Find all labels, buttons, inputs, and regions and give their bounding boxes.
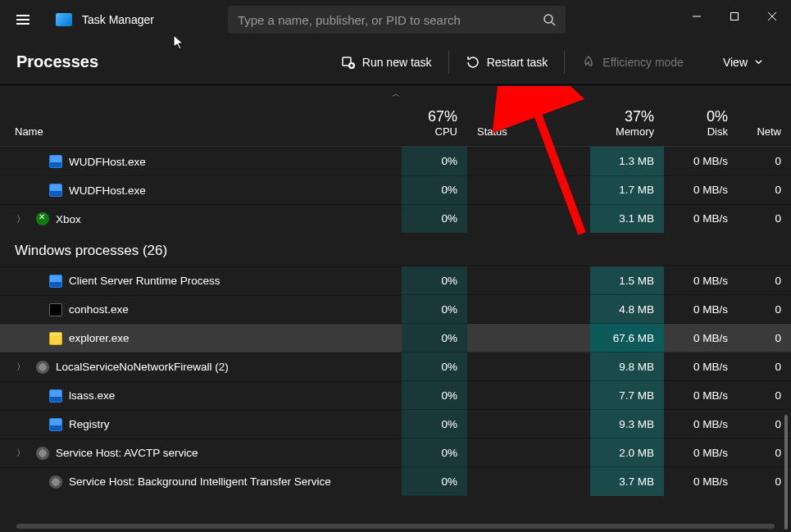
restart-task-label: Restart task xyxy=(487,56,548,69)
network-cell: 0 xyxy=(738,147,791,176)
cpu-cell: 0% xyxy=(402,175,467,204)
process-row[interactable]: 〉Service Host: AVCTP service0%2.0 MB0 MB… xyxy=(0,439,791,467)
network-cell: 0 xyxy=(738,175,791,204)
horizontal-scrollbar[interactable] xyxy=(16,524,775,529)
group-row-windows-processes[interactable]: Windows processes (26) xyxy=(0,233,791,266)
process-icon xyxy=(49,475,62,489)
memory-cell: 1.7 MB xyxy=(590,175,664,204)
vertical-scrollbar[interactable] xyxy=(784,415,788,530)
column-header-network[interactable]: Netw xyxy=(738,103,791,147)
status-cell xyxy=(467,266,590,295)
process-name: Service Host: Background Intelligent Tra… xyxy=(69,475,331,488)
close-button[interactable] xyxy=(753,0,791,33)
column-header-disk[interactable]: 0%Disk xyxy=(664,103,738,147)
process-name: WUDFHost.exe xyxy=(69,184,146,197)
hamburger-icon xyxy=(16,15,30,25)
expand-chevron-icon[interactable]: 〉 xyxy=(16,213,30,225)
disk-cell: 0 MB/s xyxy=(664,467,738,496)
memory-cell: 4.8 MB xyxy=(590,295,664,324)
process-row[interactable]: WUDFHost.exe0%1.3 MB0 MB/s0 xyxy=(0,147,791,176)
titlebar: Task Manager xyxy=(0,0,791,39)
cpu-cell: 0% xyxy=(402,381,467,410)
process-row[interactable]: 〉Xbox0%3.1 MB0 MB/s0 xyxy=(0,204,791,233)
status-cell xyxy=(467,410,590,439)
memory-cell: 3.7 MB xyxy=(590,467,664,496)
status-cell xyxy=(467,439,590,467)
collapse-header-chevron[interactable]: ︿ xyxy=(0,85,791,103)
disk-cell: 0 MB/s xyxy=(664,381,738,410)
toolbar-separator xyxy=(564,51,565,74)
process-icon xyxy=(36,212,49,225)
process-name: lsass.exe xyxy=(69,389,115,402)
view-button[interactable]: View xyxy=(711,48,775,77)
column-header-status[interactable]: Status xyxy=(467,103,590,147)
process-icon xyxy=(49,155,62,168)
run-new-task-button[interactable]: Run new task xyxy=(330,48,443,77)
memory-cell: 67.6 MB xyxy=(590,324,664,352)
search-input[interactable] xyxy=(238,13,543,27)
run-task-icon xyxy=(341,55,356,70)
memory-cell: 2.0 MB xyxy=(590,439,664,467)
restart-icon xyxy=(466,55,480,70)
disk-cell: 0 MB/s xyxy=(664,352,738,381)
chevron-down-icon xyxy=(754,57,763,66)
cpu-cell: 0% xyxy=(402,266,467,295)
memory-cell: 9.8 MB xyxy=(590,352,664,381)
efficiency-mode-button: Efficiency mode xyxy=(570,48,695,77)
column-header-name[interactable]: Name xyxy=(0,103,402,147)
disk-cell: 0 MB/s xyxy=(664,439,738,467)
network-cell: 0 xyxy=(738,204,791,233)
process-name: Service Host: AVCTP service xyxy=(56,447,198,459)
process-name: Client Server Runtime Process xyxy=(69,275,220,287)
disk-cell: 0 MB/s xyxy=(664,147,738,176)
column-header-cpu[interactable]: 67%CPU xyxy=(402,103,467,147)
cpu-cell: 0% xyxy=(402,410,467,439)
status-cell xyxy=(467,324,590,352)
status-cell xyxy=(467,295,590,324)
search-icon xyxy=(543,13,556,26)
restart-task-button[interactable]: Restart task xyxy=(454,48,560,77)
svg-line-1 xyxy=(552,22,555,25)
process-icon xyxy=(49,275,62,288)
network-cell: 0 xyxy=(738,381,791,410)
process-row[interactable]: lsass.exe0%7.7 MB0 MB/s0 xyxy=(0,381,791,410)
network-cell: 0 xyxy=(738,266,791,295)
process-row[interactable]: WUDFHost.exe0%1.7 MB0 MB/s0 xyxy=(0,175,791,204)
process-name: WUDFHost.exe xyxy=(69,156,146,168)
disk-cell: 0 MB/s xyxy=(664,266,738,295)
minimize-button[interactable] xyxy=(678,0,716,33)
cpu-cell: 0% xyxy=(402,439,467,467)
view-label: View xyxy=(723,56,748,69)
expand-chevron-icon[interactable]: 〉 xyxy=(16,361,30,373)
expand-chevron-icon[interactable]: 〉 xyxy=(16,447,30,459)
process-row[interactable]: Service Host: Background Intelligent Tra… xyxy=(0,467,791,496)
process-icon xyxy=(36,447,49,460)
cpu-cell: 0% xyxy=(402,204,467,233)
process-row[interactable]: 〉LocalServiceNoNetworkFirewall (2)0%9.8 … xyxy=(0,352,791,381)
process-name: Registry xyxy=(69,418,110,430)
process-row[interactable]: Registry0%9.3 MB0 MB/s0 xyxy=(0,410,791,439)
process-row[interactable]: conhost.exe0%4.8 MB0 MB/s0 xyxy=(0,295,791,324)
svg-rect-3 xyxy=(731,13,739,20)
toolbar-separator xyxy=(448,51,449,74)
network-cell: 0 xyxy=(738,352,791,381)
cpu-cell: 0% xyxy=(402,467,467,496)
network-cell: 0 xyxy=(738,439,791,467)
search-box[interactable] xyxy=(228,6,566,34)
column-header-memory[interactable]: 37%Memory xyxy=(590,103,664,147)
efficiency-icon xyxy=(581,55,596,70)
network-cell: 0 xyxy=(738,324,791,352)
window-controls xyxy=(678,0,791,33)
group-label: Windows processes (26) xyxy=(0,233,791,266)
process-name: explorer.exe xyxy=(69,332,130,344)
status-cell xyxy=(467,352,590,381)
process-row[interactable]: explorer.exe0%67.6 MB0 MB/s0 xyxy=(0,324,791,352)
run-new-task-label: Run new task xyxy=(362,56,432,69)
memory-cell: 1.3 MB xyxy=(590,147,664,176)
process-name: LocalServiceNoNetworkFirewall (2) xyxy=(56,361,229,373)
status-cell xyxy=(467,381,590,410)
process-icon xyxy=(36,361,49,374)
hamburger-menu-button[interactable] xyxy=(7,3,39,36)
maximize-button[interactable] xyxy=(716,0,753,33)
process-row[interactable]: Client Server Runtime Process0%1.5 MB0 M… xyxy=(0,266,791,295)
